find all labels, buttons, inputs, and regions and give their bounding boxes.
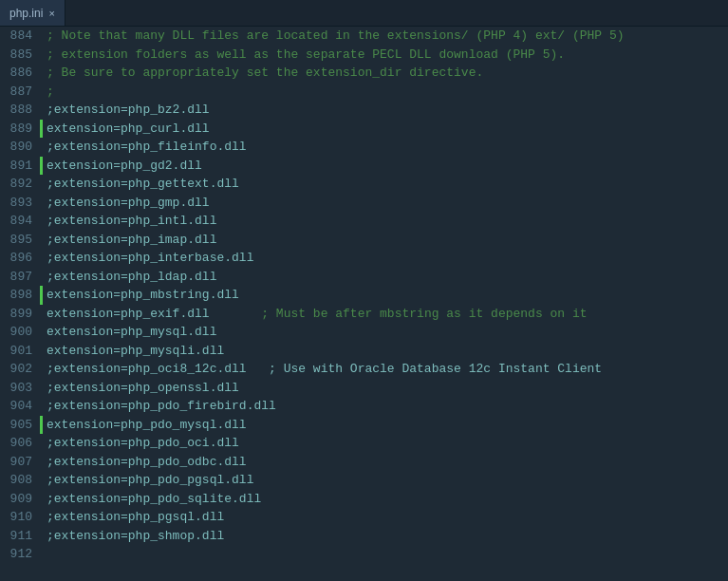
code-line: ;extension=php_pdo_oci.dll <box>40 434 728 453</box>
code-line: extension=php_mysqli.dll <box>40 342 728 361</box>
line-number: 895 <box>4 231 32 250</box>
line-number: 892 <box>4 175 32 194</box>
line-number: 912 <box>4 545 32 564</box>
code-line: ; Note that many DLL files are located i… <box>40 27 728 46</box>
code-line: ;extension=php_pdo_odbc.dll <box>40 453 728 472</box>
line-number: 908 <box>4 471 32 490</box>
code-line: extension=php_pdo_mysql.dll <box>40 416 728 435</box>
line-number: 884 <box>4 27 32 46</box>
tab-bar: php.ini × <box>0 0 728 27</box>
code-line: extension=php_exif.dll ; Must be after m… <box>40 305 728 324</box>
tab-phpini[interactable]: php.ini × <box>0 0 65 26</box>
line-number: 888 <box>4 101 32 120</box>
line-number: 885 <box>4 46 32 65</box>
code-line: extension=php_mysql.dll <box>40 323 728 342</box>
line-number: 889 <box>4 120 32 139</box>
line-number: 906 <box>4 434 32 453</box>
code-line: ; extension folders as well as the separ… <box>40 46 728 65</box>
line-number: 904 <box>4 397 32 416</box>
code-line: ;extension=php_interbase.dll <box>40 249 728 268</box>
line-number: 894 <box>4 212 32 231</box>
line-number: 897 <box>4 268 32 287</box>
code-line: extension=php_mbstring.dll <box>40 286 728 305</box>
code-line: ;extension=php_gmp.dll <box>40 194 728 213</box>
line-number: 907 <box>4 453 32 472</box>
line-number: 899 <box>4 305 32 324</box>
line-number: 911 <box>4 527 32 546</box>
line-number: 909 <box>4 490 32 509</box>
line-number: 891 <box>4 157 32 176</box>
line-number: 896 <box>4 249 32 268</box>
code-line: ;extension=php_bz2.dll <box>40 101 728 120</box>
code-line: ;extension=php_gettext.dll <box>40 175 728 194</box>
line-numbers: 8848858868878888898908918928938948958968… <box>0 27 40 581</box>
code-line: ;extension=php_intl.dll <box>40 212 728 231</box>
code-lines[interactable]: ; Note that many DLL files are located i… <box>40 27 728 581</box>
tab-label: php.ini <box>9 7 43 20</box>
code-line <box>40 545 728 564</box>
code-line: ;extension=php_pgsql.dll <box>40 508 728 527</box>
code-line: ;extension=php_openssl.dll <box>40 379 728 398</box>
line-number: 903 <box>4 379 32 398</box>
line-number: 893 <box>4 194 32 213</box>
code-line: extension=php_curl.dll <box>40 120 728 139</box>
line-number: 890 <box>4 138 32 157</box>
code-line: ;extension=php_pdo_firebird.dll <box>40 397 728 416</box>
line-number: 886 <box>4 64 32 83</box>
line-number: 898 <box>4 286 32 305</box>
code-line: ;extension=php_fileinfo.dll <box>40 138 728 157</box>
line-number: 887 <box>4 83 32 102</box>
code-line: ;extension=php_shmop.dll <box>40 527 728 546</box>
code-line: extension=php_gd2.dll <box>40 157 728 176</box>
code-line: ;extension=php_imap.dll <box>40 231 728 250</box>
code-line: ;extension=php_ldap.dll <box>40 268 728 287</box>
code-line: ;extension=php_oci8_12c.dll ; Use with O… <box>40 360 728 379</box>
line-number: 910 <box>4 508 32 527</box>
code-line: ; Be sure to appropriately set the exten… <box>40 64 728 83</box>
editor-area: 8848858868878888898908918928938948958968… <box>0 27 728 581</box>
line-number: 905 <box>4 416 32 435</box>
line-number: 900 <box>4 323 32 342</box>
code-line: ; <box>40 83 728 102</box>
line-number: 902 <box>4 360 32 379</box>
code-line: ;extension=php_pdo_pgsql.dll <box>40 471 728 490</box>
tab-close-icon[interactable]: × <box>48 8 54 19</box>
code-line: ;extension=php_pdo_sqlite.dll <box>40 490 728 509</box>
line-number: 901 <box>4 342 32 361</box>
